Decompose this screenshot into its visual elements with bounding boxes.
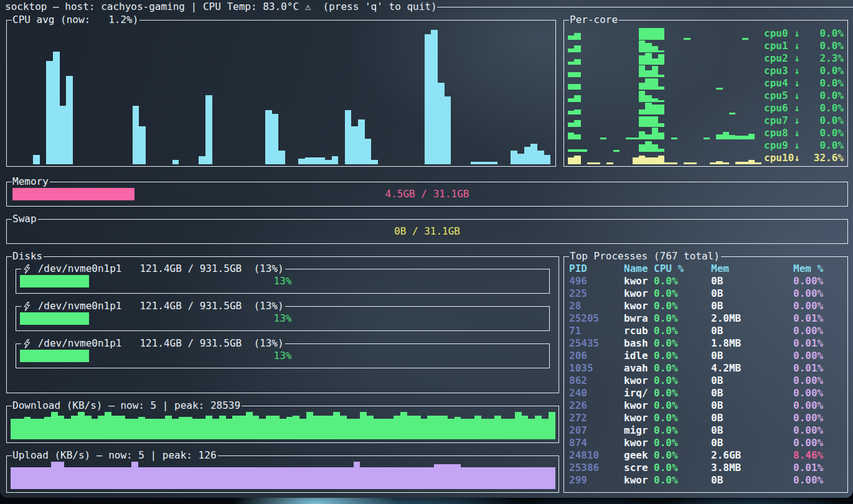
chart-slot <box>387 411 394 439</box>
process-row[interactable]: 24810geek0.0%2.6GB8.46% <box>569 449 844 462</box>
process-column-header: Mem <box>711 263 793 275</box>
chart-slot <box>716 115 722 127</box>
download-bar <box>125 419 132 439</box>
upload-bar <box>186 467 192 489</box>
chart-slot <box>613 140 620 152</box>
upload-bar <box>488 467 495 489</box>
process-pid: 862 <box>569 375 624 387</box>
process-row[interactable]: 862kwor0.0%0B0.00% <box>569 375 844 387</box>
download-bar <box>212 419 219 439</box>
process-pid: 25386 <box>569 462 624 474</box>
chart-slot <box>407 460 414 489</box>
chart-slot <box>332 29 339 164</box>
chart-slot <box>658 53 664 65</box>
process-name: kwor <box>624 300 654 312</box>
chart-slot <box>86 29 93 164</box>
chart-slot <box>587 28 593 40</box>
process-pid: 240 <box>569 387 624 399</box>
chart-slot <box>710 152 716 164</box>
process-row[interactable]: 272kwor0.0%0B0.00% <box>569 412 844 424</box>
process-mem-percent: 0.00% <box>793 325 844 337</box>
download-bar <box>360 412 367 439</box>
cpu-avg-bar <box>53 52 60 164</box>
download-bar <box>407 416 414 439</box>
process-name: idle <box>624 350 654 362</box>
chart-slot <box>748 65 755 77</box>
chart-slot <box>697 140 703 152</box>
process-row[interactable]: 28kwor0.0%0B0.00% <box>569 300 844 312</box>
core-spark-bar <box>658 86 664 90</box>
chart-slot <box>441 460 448 489</box>
chart-slot <box>729 128 735 139</box>
chart-slot <box>704 152 710 164</box>
process-row[interactable]: 71rcub0.0%0B0.00% <box>569 325 844 337</box>
process-mem-percent: 0.00% <box>793 375 844 387</box>
chart-slot <box>152 411 159 439</box>
per-core-rows: cpu0 ↓0.0%cpu1 ↓0.0%cpu2 ↓2.3%cpu3 ↓0.0%… <box>568 27 844 164</box>
chart-slot <box>367 411 374 439</box>
process-row[interactable]: 25386scre0.0%3.8MB0.01% <box>569 462 844 474</box>
process-row[interactable]: 1035avah0.0%4.2MB0.01% <box>569 362 844 375</box>
per-core-panel: Per-core cpu0 ↓0.0%cpu1 ↓0.0%cpu2 ↓2.3%c… <box>563 20 848 167</box>
core-spark-bar <box>574 33 580 39</box>
upload-bar <box>542 467 549 489</box>
download-bar <box>64 419 71 439</box>
process-name: kwor <box>624 399 654 412</box>
chart-slot <box>690 115 697 127</box>
core-spark-bar <box>658 75 664 77</box>
cpu-avg-bar <box>312 157 319 164</box>
core-spark-bar <box>606 162 613 164</box>
chart-slot <box>652 128 658 139</box>
process-row[interactable]: 25205bwra0.0%2.0MB0.01% <box>569 312 844 325</box>
chart-slot <box>729 40 735 52</box>
chart-slot <box>226 411 233 439</box>
download-bar <box>51 412 58 439</box>
chart-slot <box>280 460 286 489</box>
chart-slot <box>73 29 80 164</box>
upload-bar <box>232 467 239 489</box>
chart-slot <box>568 40 574 52</box>
upload-bar <box>58 462 65 489</box>
process-row[interactable]: 207migr0.0%0B0.00% <box>569 424 844 437</box>
process-mem-percent: 0.01% <box>793 362 844 375</box>
process-row[interactable]: 874kwor0.0%0B0.00% <box>569 437 844 449</box>
process-row[interactable]: 206idle0.0%0B0.00% <box>569 350 844 362</box>
chart-slot <box>742 53 748 65</box>
chart-slot <box>581 90 587 102</box>
process-row[interactable]: 225kwor0.0%0B0.00% <box>569 287 844 300</box>
chart-slot <box>748 128 755 139</box>
process-row[interactable]: 496kwor0.0%0B0.00% <box>569 275 844 287</box>
process-row[interactable]: 299kwor0.0%0B0.00% <box>569 474 844 487</box>
top-processes-panel-header: Top Processes (767 total) <box>564 250 847 263</box>
chart-slot <box>664 90 671 102</box>
core-spark-bar <box>735 136 742 139</box>
process-row[interactable]: 226kwor0.0%0B0.00% <box>569 399 844 412</box>
chart-slot <box>427 411 434 439</box>
chart-slot <box>278 29 285 164</box>
chart-slot <box>716 78 722 90</box>
memory-usage-label: 4.5GB / 31.1GB <box>7 182 847 206</box>
chart-slot <box>664 40 671 52</box>
chart-slot <box>606 140 613 152</box>
chart-slot <box>723 128 729 139</box>
process-row[interactable]: 240irq/0.0%0B0.00% <box>569 387 844 399</box>
chart-slot <box>400 460 407 489</box>
process-pid: 25435 <box>569 337 624 350</box>
chart-slot <box>620 103 626 114</box>
chart-slot <box>716 152 722 164</box>
chart-slot <box>690 103 697 114</box>
chart-slot <box>620 152 626 164</box>
core-sparkline <box>568 128 764 139</box>
core-row-cpu7: cpu7 ↓0.0% <box>568 114 844 127</box>
chart-slot <box>494 460 501 489</box>
process-cpu-percent: 0.0% <box>654 424 711 437</box>
cpu-avg-chart <box>13 29 550 164</box>
process-mem: 0B <box>711 287 793 300</box>
chart-slot <box>652 152 658 164</box>
process-mem-percent: 0.00% <box>793 387 844 399</box>
download-bar <box>199 419 205 439</box>
process-row[interactable]: 25435bash0.0%1.8MB0.01% <box>569 337 844 350</box>
process-mem: 0B <box>711 325 793 337</box>
chart-slot <box>723 28 729 40</box>
chart-slot <box>398 29 405 164</box>
